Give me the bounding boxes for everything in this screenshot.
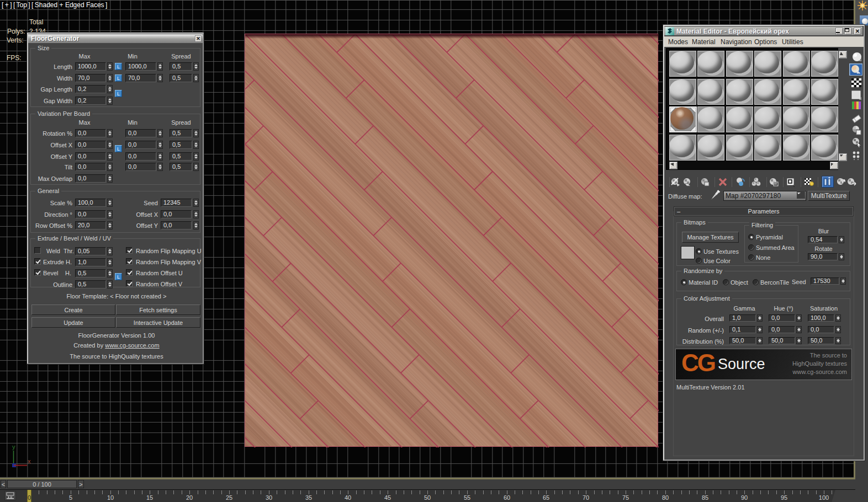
svg-text:x: x xyxy=(28,458,31,464)
svg-text:y: y xyxy=(12,444,15,450)
